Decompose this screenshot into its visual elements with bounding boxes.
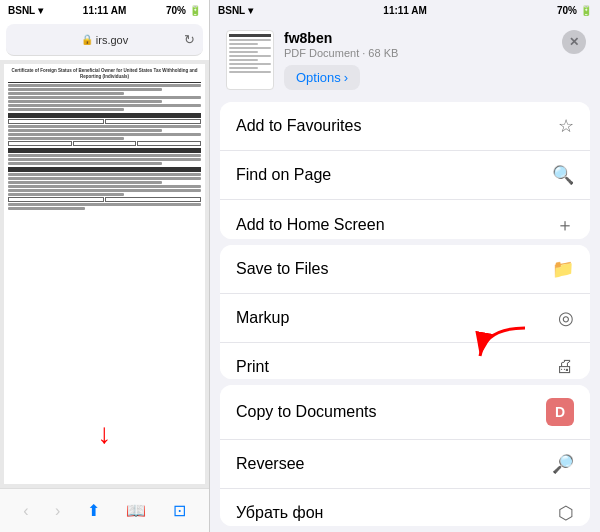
left-panel: BSNL ▾ 11:11 AM 70% 🔋 🔒 irs.gov ↻ Certif… (0, 0, 210, 532)
add-icon: ＋ (556, 213, 574, 237)
doc-thumbnail (226, 30, 274, 90)
close-button[interactable]: ✕ (562, 30, 586, 54)
right-battery-text: 70% (557, 5, 577, 16)
menu-section-1: Add to Favourites ☆ Find on Page 🔍 Add t… (220, 102, 590, 239)
menu-section-3: Copy to Documents D Reversee 🔎 Убрать фо… (220, 385, 590, 526)
left-carrier-info: BSNL ▾ (8, 5, 43, 16)
pdf-section-1 (8, 113, 201, 118)
remove-bg-icon: ⬡ (558, 502, 574, 524)
close-icon: ✕ (569, 35, 579, 49)
url-display: 🔒 irs.gov (81, 34, 128, 46)
pdf-section-3 (8, 167, 201, 172)
wifi-icon: ▾ (38, 5, 43, 16)
menu-item-reversee[interactable]: Reversee 🔎 (220, 440, 590, 489)
print-icon: 🖨 (556, 356, 574, 377)
menu-item-label: Find on Page (236, 166, 331, 184)
menu-item-print[interactable]: Print 🖨 (220, 343, 590, 379)
right-carrier-info: BSNL ▾ (218, 5, 253, 16)
menu-item-label: Print (236, 358, 269, 376)
browser-address-bar[interactable]: 🔒 irs.gov ↻ (6, 24, 203, 56)
reload-button[interactable]: ↻ (184, 32, 195, 47)
menu-section-2: Save to Files 📁 Markup ◎ Print 🖨 (220, 245, 590, 379)
right-carrier-text: BSNL (218, 5, 245, 16)
chevron-right-icon: › (344, 70, 348, 85)
share-menu-list: Add to Favourites ☆ Find on Page 🔍 Add t… (210, 96, 600, 532)
menu-item-find-on-page[interactable]: Find on Page 🔍 (220, 151, 590, 200)
battery-icon: 🔋 (189, 5, 201, 16)
star-icon: ☆ (558, 115, 574, 137)
reversee-icon: 🔎 (552, 453, 574, 475)
pdf-section-2 (8, 148, 201, 153)
menu-item-label: Убрать фон (236, 504, 323, 522)
carrier-text: BSNL (8, 5, 35, 16)
red-arrow-left: ↓ (98, 420, 112, 448)
left-time: 11:11 AM (83, 5, 127, 16)
markup-icon: ◎ (558, 307, 574, 329)
menu-item-remove-bg[interactable]: Убрать фон ⬡ (220, 489, 590, 526)
menu-item-label: Save to Files (236, 260, 328, 278)
menu-item-label: Copy to Documents (236, 403, 377, 421)
doc-name: fw8ben (284, 30, 398, 46)
options-button[interactable]: Options › (284, 65, 360, 90)
tabs-button[interactable]: ⊡ (169, 497, 190, 524)
menu-item-label: Add to Favourites (236, 117, 361, 135)
forward-button[interactable]: › (51, 498, 64, 524)
right-panel: BSNL ▾ 11:11 AM 70% 🔋 fw8ben PDF Documen… (210, 0, 600, 532)
menu-item-add-favourites[interactable]: Add to Favourites ☆ (220, 102, 590, 151)
browser-bottom-bar: ‹ › ⬆ 📖 ⊡ (0, 488, 209, 532)
find-icon: 🔍 (552, 164, 574, 186)
menu-item-save-files[interactable]: Save to Files 📁 (220, 245, 590, 294)
back-button[interactable]: ‹ (19, 498, 32, 524)
doc-meta: PDF Document · 68 KB (284, 47, 398, 59)
lock-icon: 🔒 (81, 34, 93, 45)
documents-icon: D (546, 398, 574, 426)
sheet-header: fw8ben PDF Document · 68 KB Options › ✕ (210, 20, 600, 96)
bookmarks-button[interactable]: 📖 (122, 497, 150, 524)
menu-item-label: Add to Home Screen (236, 216, 385, 234)
share-button[interactable]: ⬆ (83, 497, 104, 524)
battery-text: 70% (166, 5, 186, 16)
doc-info-block: fw8ben PDF Document · 68 KB Options › (284, 30, 398, 90)
menu-item-copy-documents[interactable]: Copy to Documents D (220, 385, 590, 440)
menu-item-add-home-screen[interactable]: Add to Home Screen ＋ (220, 200, 590, 239)
right-time: 11:11 AM (383, 5, 427, 16)
right-battery-icon: 🔋 (580, 5, 592, 16)
url-text: irs.gov (96, 34, 128, 46)
folder-icon: 📁 (552, 258, 574, 280)
pdf-title: Certificate of Foreign Status of Benefic… (8, 68, 201, 80)
left-status-bar: BSNL ▾ 11:11 AM 70% 🔋 (0, 0, 209, 20)
right-wifi-icon: ▾ (248, 5, 253, 16)
options-label: Options (296, 70, 341, 85)
menu-item-label: Markup (236, 309, 289, 327)
menu-item-markup[interactable]: Markup ◎ (220, 294, 590, 343)
pdf-viewer: Certificate of Foreign Status of Benefic… (0, 60, 209, 488)
left-battery-info: 70% 🔋 (166, 5, 201, 16)
menu-item-label: Reversee (236, 455, 304, 473)
right-battery-info: 70% 🔋 (557, 5, 592, 16)
right-status-bar: BSNL ▾ 11:11 AM 70% 🔋 (210, 0, 600, 20)
